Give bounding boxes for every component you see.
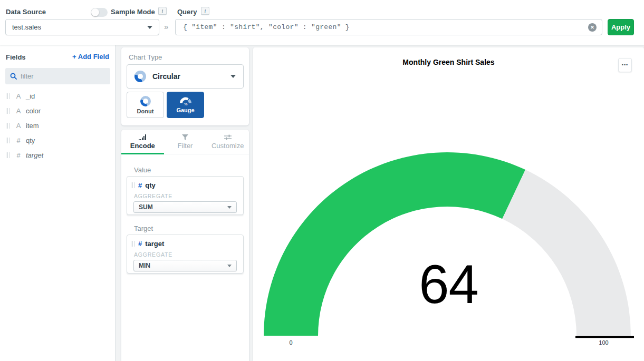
number-type-icon: # bbox=[15, 136, 22, 144]
target-field-chip[interactable]: # target bbox=[127, 235, 243, 248]
query-input[interactable]: { "item" : "shirt", "color" : "green" } … bbox=[175, 19, 602, 35]
field-item-id[interactable]: A _id bbox=[0, 89, 115, 103]
search-icon bbox=[10, 73, 17, 80]
field-item-target[interactable]: # target bbox=[0, 148, 115, 162]
drag-handle-icon[interactable] bbox=[6, 123, 10, 129]
number-type-icon: # bbox=[138, 181, 142, 189]
query-label: Query bbox=[177, 8, 197, 16]
subtype-gauge-button[interactable]: % Gauge bbox=[167, 92, 204, 118]
fields-title: Fields bbox=[6, 53, 26, 61]
svg-text:%: % bbox=[184, 102, 187, 106]
chart-preview-card: Monthly Green Shirt Sales ••• 0 100 64 bbox=[253, 47, 644, 361]
filter-funnel-icon bbox=[182, 134, 188, 140]
aggregate-label: AGGREGATE bbox=[127, 189, 243, 199]
field-item-color[interactable]: A color bbox=[0, 103, 115, 118]
data-source-label: Data Source bbox=[6, 8, 46, 16]
fields-panel: Fields + Add Field A _id A color A item … bbox=[0, 45, 116, 361]
toggle-knob bbox=[91, 8, 99, 16]
donut-chart-icon bbox=[140, 96, 151, 106]
aggregate-label: AGGREGATE bbox=[127, 248, 243, 258]
field-filter-input[interactable] bbox=[21, 72, 113, 80]
data-source-value: test.sales bbox=[12, 23, 147, 31]
chevron-down-icon bbox=[230, 75, 236, 78]
apply-button[interactable]: Apply bbox=[608, 19, 634, 35]
add-field-button[interactable]: + Add Field bbox=[72, 53, 109, 61]
sample-mode-info-icon[interactable]: i bbox=[158, 7, 167, 15]
field-item-qty[interactable]: # qty bbox=[0, 133, 115, 148]
data-source-select[interactable]: test.sales bbox=[5, 19, 159, 35]
target-section-label: Target bbox=[134, 225, 153, 232]
subtype-donut-button[interactable]: Donut bbox=[127, 92, 164, 118]
string-type-icon: A bbox=[15, 92, 22, 100]
query-value: { "item" : "shirt", "color" : "green" } bbox=[183, 23, 588, 31]
value-section-label: Value bbox=[134, 166, 151, 174]
string-type-icon: A bbox=[15, 122, 22, 130]
field-item-item[interactable]: A item bbox=[0, 118, 115, 133]
chart-type-label: Chart Type bbox=[129, 53, 162, 61]
target-aggregate-select[interactable]: MIN bbox=[133, 260, 237, 271]
value-encoding-card: # qty AGGREGATE SUM bbox=[127, 176, 244, 215]
chevron-down-icon bbox=[227, 265, 232, 267]
gauge-chart-icon: % bbox=[179, 96, 192, 105]
circular-chart-icon bbox=[134, 71, 146, 82]
customize-sliders-icon bbox=[224, 134, 232, 140]
pipeline-chevron-icon: » bbox=[164, 22, 168, 31]
clear-query-icon[interactable]: ✕ bbox=[588, 23, 597, 32]
chart-type-card: Chart Type Circular Donut % Gauge bbox=[121, 47, 249, 125]
value-field-chip[interactable]: # qty bbox=[127, 177, 243, 189]
chevron-down-icon bbox=[227, 206, 232, 209]
drag-handle-icon[interactable] bbox=[6, 108, 10, 114]
chart-type-value: Circular bbox=[152, 72, 230, 81]
encode-bars-icon bbox=[139, 134, 146, 140]
tab-filter[interactable]: Filter bbox=[164, 130, 207, 154]
sample-mode-label: Sample Mode bbox=[111, 8, 155, 16]
gauge-max-label: 100 bbox=[599, 339, 608, 346]
top-toolbar: Data Source Sample Mode i Query i test.s… bbox=[0, 0, 644, 45]
field-list: A _id A color A item # qty # target bbox=[0, 89, 115, 162]
number-type-icon: # bbox=[15, 151, 22, 159]
string-type-icon: A bbox=[15, 107, 22, 115]
drag-handle-icon[interactable] bbox=[131, 241, 135, 247]
drag-handle-icon[interactable] bbox=[6, 152, 10, 158]
encode-panel-card: Encode Filter Customize Value # qty AGGR… bbox=[121, 130, 249, 361]
chevron-down-icon bbox=[147, 26, 152, 29]
number-type-icon: # bbox=[138, 240, 142, 248]
tab-encode[interactable]: Encode bbox=[121, 130, 164, 154]
value-aggregate-select[interactable]: SUM bbox=[133, 201, 237, 213]
drag-handle-icon[interactable] bbox=[6, 138, 10, 143]
drag-handle-icon[interactable] bbox=[6, 93, 10, 99]
query-info-icon[interactable]: i bbox=[201, 7, 209, 15]
builder-tabs: Encode Filter Customize bbox=[121, 130, 249, 154]
target-encoding-card: # target AGGREGATE MIN bbox=[127, 235, 244, 274]
gauge-value-number: 64 bbox=[253, 257, 644, 311]
field-filter-box[interactable] bbox=[5, 68, 110, 84]
sample-mode-toggle[interactable] bbox=[91, 8, 108, 17]
gauge-min-label: 0 bbox=[289, 339, 292, 346]
chart-type-select[interactable]: Circular bbox=[127, 64, 244, 89]
drag-handle-icon[interactable] bbox=[131, 182, 135, 188]
tab-customize[interactable]: Customize bbox=[206, 130, 249, 154]
